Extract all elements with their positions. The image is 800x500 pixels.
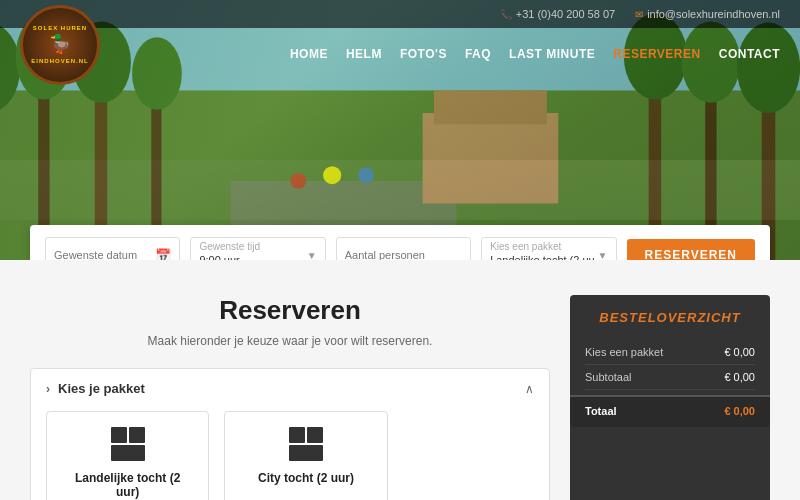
- phone-info: 📞 +31 (0)40 200 58 07: [500, 8, 615, 20]
- time-arrow-icon: ▼: [307, 250, 317, 261]
- order-row-package: Kies een pakket € 0,00: [585, 340, 755, 365]
- logo[interactable]: SOLEX HUREN 🦆 EINDHOVEN.NL: [20, 5, 100, 85]
- order-package-label: Kies een pakket: [585, 346, 663, 358]
- order-summary: BESTELOVERZICHT Kies een pakket € 0,00 S…: [570, 295, 770, 500]
- order-total-label: Totaal: [585, 405, 617, 417]
- package-section-label: Kies je pakket: [58, 381, 145, 396]
- package-arrow-icon: ▼: [598, 250, 608, 261]
- page-subtitle: Maak hieronder je keuze waar je voor wil…: [30, 334, 550, 348]
- phone-number: +31 (0)40 200 58 07: [516, 8, 615, 20]
- main-content: Reserveren Maak hieronder je keuze waar …: [0, 260, 800, 500]
- package-1-name: Landelijke tocht (2 uur): [62, 471, 193, 499]
- phone-icon: 📞: [500, 9, 512, 20]
- nav-item-lastminute[interactable]: LAST MINUTE: [509, 44, 595, 62]
- svg-point-11: [323, 166, 341, 184]
- order-row-total: Totaal € 0,00: [570, 395, 770, 427]
- svg-rect-22: [434, 90, 547, 124]
- date-input[interactable]: [54, 249, 151, 260]
- time-field[interactable]: Gewenste tijd 9:00 uur 10:00 uur 11:00 u…: [190, 237, 325, 260]
- package-select[interactable]: Landelijke tocht (2 uur) City tocht (2 u…: [490, 254, 593, 260]
- svg-point-13: [358, 167, 374, 183]
- nav-item-contact[interactable]: CONTACT: [719, 44, 780, 62]
- reserveren-button[interactable]: RESERVEREN: [627, 239, 755, 260]
- order-title: BESTELOVERZICHT: [585, 310, 755, 325]
- package-section: › Kies je pakket ∧ Landelijke tocht (2: [30, 368, 550, 500]
- top-bar: 📞 +31 (0)40 200 58 07 ✉ info@solexhurein…: [0, 0, 800, 28]
- package-items: Landelijke tocht (2 uur) City tocht (2 u…: [46, 411, 534, 500]
- email-address: info@solexhureindhoven.nl: [647, 8, 780, 20]
- nav-item-helm[interactable]: HELM: [346, 44, 382, 62]
- chevron-up-icon: ∧: [525, 382, 534, 396]
- package-2-name: City tocht (2 uur): [258, 471, 354, 485]
- svg-rect-21: [423, 113, 559, 203]
- order-total-value: € 0,00: [724, 405, 755, 417]
- package-field[interactable]: Kies een pakket Landelijke tocht (2 uur)…: [481, 237, 616, 260]
- nav-item-faq[interactable]: FAQ: [465, 44, 491, 62]
- nav-links: HOME HELM FOTO'S FAQ LAST MINUTE RESERVE…: [290, 44, 780, 62]
- booking-bar: 📅 Gewenste tijd 9:00 uur 10:00 uur 11:00…: [30, 225, 770, 260]
- persons-field[interactable]: [336, 237, 471, 260]
- order-package-value: € 0,00: [724, 346, 755, 358]
- time-label: Gewenste tijd: [199, 241, 260, 252]
- package-card-2[interactable]: City tocht (2 uur): [224, 411, 387, 500]
- svg-point-14: [290, 173, 306, 189]
- package-header[interactable]: › Kies je pakket ∧: [46, 381, 534, 396]
- package-label: Kies een pakket: [490, 241, 561, 252]
- order-subtotal-label: Subtotaal: [585, 371, 631, 383]
- calendar-icon: 📅: [155, 248, 171, 261]
- persons-input[interactable]: [345, 249, 462, 260]
- hero-section: 📞 +31 (0)40 200 58 07 ✉ info@solexhurein…: [0, 0, 800, 260]
- package-1-icon: [110, 427, 146, 463]
- time-select[interactable]: 9:00 uur 10:00 uur 11:00 uur: [199, 254, 302, 260]
- nav-item-reserveren[interactable]: RESERVEREN: [613, 44, 700, 62]
- order-row-subtotal: Subtotaal € 0,00: [585, 365, 755, 390]
- email-icon: ✉: [635, 9, 643, 20]
- left-column: Reserveren Maak hieronder je keuze waar …: [30, 295, 550, 500]
- page-title: Reserveren: [30, 295, 550, 326]
- email-info: ✉ info@solexhureindhoven.nl: [635, 8, 780, 20]
- package-card-1[interactable]: Landelijke tocht (2 uur): [46, 411, 209, 500]
- package-spacer: [403, 411, 534, 500]
- nav-item-home[interactable]: HOME: [290, 44, 328, 62]
- chevron-right-icon: ›: [46, 382, 50, 396]
- date-field[interactable]: 📅: [45, 237, 180, 260]
- order-subtotal-value: € 0,00: [724, 371, 755, 383]
- nav-bar: HOME HELM FOTO'S FAQ LAST MINUTE RESERVE…: [0, 28, 800, 78]
- package-2-icon: [288, 427, 324, 463]
- nav-item-fotos[interactable]: FOTO'S: [400, 44, 447, 62]
